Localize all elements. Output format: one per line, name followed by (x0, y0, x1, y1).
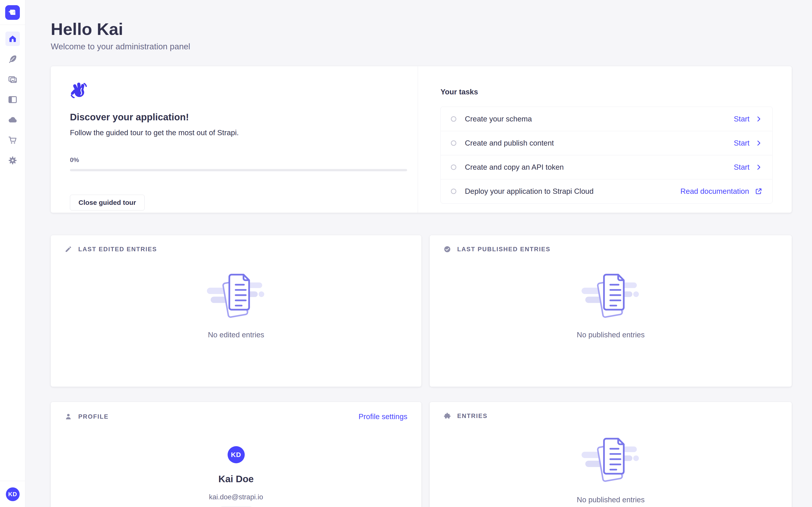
strapi-logo-icon[interactable] (5, 5, 20, 20)
layout-icon (8, 95, 17, 104)
puzzle-icon (444, 412, 451, 419)
task-start-link[interactable]: Start (734, 115, 762, 123)
close-guided-tour-button[interactable]: Close guided tour (70, 195, 145, 211)
task-start-link[interactable]: Start (734, 163, 762, 171)
main-content: Hello Kai Welcome to your administration… (25, 0, 812, 507)
guided-tour-card: Discover your application! Follow the gu… (51, 66, 792, 213)
check-circle-icon (444, 245, 451, 253)
empty-documents-illustration (581, 431, 641, 484)
tour-progress-label: 0% (70, 156, 399, 164)
cart-icon (8, 135, 17, 145)
gear-icon (8, 156, 17, 165)
sidebar-nav (0, 32, 25, 173)
tasks-section: Your tasks Create your schema Start (418, 66, 792, 213)
sidebar-item-home[interactable] (5, 32, 20, 46)
tour-progress-bar (70, 169, 407, 171)
sidebar-item-content-type-builder[interactable] (5, 93, 20, 107)
widget-title: LAST EDITED ENTRIES (78, 246, 157, 253)
task-row: Create your schema Start (441, 107, 772, 131)
empty-state-text: No published entries (577, 496, 645, 504)
widget-title: PROFILE (78, 413, 109, 420)
tasks-title: Your tasks (441, 88, 772, 96)
profile-email: kai.doe@strapi.io (209, 493, 263, 501)
sidebar-item-media-library[interactable] (5, 72, 20, 87)
task-status-circle (451, 165, 456, 170)
widget-title: LAST PUBLISHED ENTRIES (457, 246, 551, 253)
page-subtitle: Welcome to your administration panel (51, 42, 812, 52)
cloud-icon (8, 115, 17, 125)
read-documentation-link[interactable]: Read documentation (680, 187, 762, 195)
tasks-list: Create your schema Start Create and publ… (441, 107, 772, 204)
task-row: Deploy your application to Strapi Cloud … (441, 179, 772, 203)
profile-name: Kai Doe (218, 474, 254, 485)
sidebar-footer: KD (0, 481, 25, 507)
sidebar-item-content-manager[interactable] (5, 52, 20, 66)
guided-tour-intro: Discover your application! Follow the gu… (51, 66, 418, 213)
profile-settings-link[interactable]: Profile settings (359, 412, 407, 421)
task-row: Create and publish content Start (441, 131, 772, 155)
sidebar: KD (0, 0, 25, 507)
person-icon (65, 413, 72, 420)
empty-state-text: No published entries (577, 331, 645, 339)
tour-title: Discover your application! (70, 112, 399, 123)
user-avatar[interactable]: KD (6, 488, 19, 501)
task-label: Deploy your application to Strapi Cloud (465, 187, 594, 195)
entries-widget: ENTRIES No published entries (430, 402, 792, 507)
pencil-icon (65, 245, 72, 253)
empty-documents-illustration (581, 267, 641, 320)
task-status-circle (451, 116, 456, 122)
task-label: Create your schema (465, 115, 532, 123)
chevron-right-icon (755, 116, 762, 122)
waving-hand-icon (70, 81, 89, 100)
strapi-logo-wrap (0, 0, 25, 25)
sidebar-item-cloud[interactable] (5, 113, 20, 127)
page-title: Hello Kai (51, 20, 812, 38)
task-row: Create and copy an API token Start (441, 155, 772, 179)
task-start-link[interactable]: Start (734, 139, 762, 147)
widget-title: ENTRIES (457, 412, 488, 419)
task-status-circle (451, 140, 456, 146)
sidebar-item-marketplace[interactable] (5, 133, 20, 147)
task-status-circle (451, 188, 456, 194)
images-icon (8, 74, 17, 84)
feather-icon (8, 55, 17, 64)
task-label: Create and copy an API token (465, 163, 564, 171)
home-icon (8, 34, 17, 43)
last-published-entries-widget: LAST PUBLISHED ENTRIES No published entr… (430, 235, 792, 387)
external-link-icon (755, 188, 762, 195)
empty-documents-illustration (206, 267, 266, 320)
tour-description: Follow the guided tour to get the most o… (70, 128, 399, 137)
last-edited-entries-widget: LAST EDITED ENTRIES No edited entries (51, 235, 421, 387)
profile-widget: PROFILE Profile settings KD Kai Doe kai.… (51, 402, 421, 507)
sidebar-item-settings[interactable] (5, 153, 20, 168)
chevron-right-icon (755, 164, 762, 171)
empty-state-text: No edited entries (208, 331, 264, 339)
chevron-right-icon (755, 140, 762, 147)
task-label: Create and publish content (465, 139, 554, 147)
profile-avatar: KD (227, 446, 245, 463)
